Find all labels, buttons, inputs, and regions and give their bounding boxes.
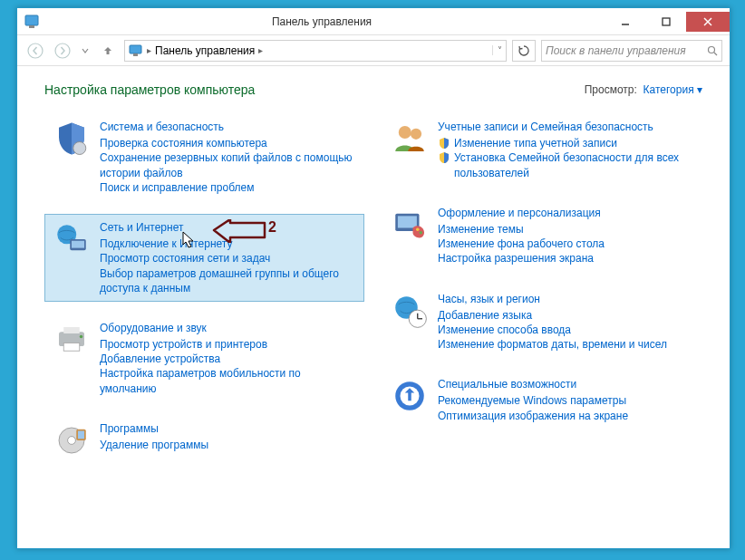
category-sublink[interactable]: Добавление языка <box>438 308 667 323</box>
category-sublink[interactable]: Подключение к Интернету <box>100 237 356 251</box>
category-title-link[interactable]: Программы <box>100 421 208 436</box>
uac-shield-icon <box>438 151 450 164</box>
page-title: Настройка параметров компьютера <box>44 82 255 97</box>
category-title-link[interactable]: Сеть и Интернет <box>100 220 356 235</box>
category-columns: Система и безопасность Проверка состояни… <box>44 113 702 466</box>
programs-icon[interactable] <box>53 421 91 459</box>
nav-up-button[interactable] <box>97 40 119 62</box>
refresh-button[interactable] <box>512 40 536 62</box>
printer-icon[interactable] <box>53 321 91 359</box>
category-title-link[interactable]: Учетные записи и Семейная безопасность <box>438 120 694 134</box>
close-button[interactable] <box>686 12 730 32</box>
svg-point-29 <box>420 231 423 235</box>
nav-forward-button[interactable] <box>52 40 73 62</box>
category-title-link[interactable]: Часы, язык и регион <box>438 292 667 306</box>
breadcrumb-item[interactable]: Панель управления <box>155 44 255 57</box>
category-sublink[interactable]: Поиск и исправление проблем <box>100 180 356 195</box>
svg-rect-18 <box>63 343 80 351</box>
window-controls <box>605 12 730 32</box>
category-programs: Программы Удаление программы <box>44 415 364 466</box>
category-appearance: Оформление и персонализация Изменение те… <box>382 199 702 273</box>
shield-icon[interactable] <box>53 120 91 158</box>
search-placeholder: Поиск в панели управления <box>546 44 703 57</box>
svg-point-24 <box>399 126 411 139</box>
breadcrumb-separator-icon: ▸ <box>147 45 151 55</box>
category-user-accounts: Учетные записи и Семейная безопасность И… <box>382 113 702 187</box>
appearance-icon[interactable] <box>391 206 429 244</box>
content-area: Настройка параметров компьютера Просмотр… <box>17 66 730 548</box>
category-hardware-sound: Оборудование и звук Просмотр устройств и… <box>44 314 364 402</box>
svg-point-10 <box>709 46 715 53</box>
category-system-security: Система и безопасность Проверка состояни… <box>44 113 364 201</box>
maximize-button[interactable] <box>645 12 686 32</box>
svg-point-6 <box>28 43 43 58</box>
category-sublink[interactable]: Рекомендуемые Windows параметры <box>438 393 628 408</box>
uac-shield-icon <box>438 137 450 150</box>
category-sublink[interactable]: Изменение форматов даты, времени и чисел <box>438 337 667 352</box>
category-sublink[interactable]: Изменение фона рабочего стола <box>438 237 605 251</box>
header-row: Настройка параметров компьютера Просмотр… <box>44 82 702 97</box>
svg-rect-27 <box>398 216 417 227</box>
breadcrumb-icon <box>129 43 143 58</box>
view-by: Просмотр: Категория ▾ <box>585 83 702 96</box>
category-title-link[interactable]: Специальные возможности <box>438 377 628 391</box>
svg-point-21 <box>68 436 76 444</box>
category-sublink[interactable]: Просмотр устройств и принтеров <box>100 337 356 352</box>
svg-line-11 <box>714 53 717 55</box>
clock-globe-icon[interactable] <box>391 292 429 330</box>
minimize-button[interactable] <box>605 12 645 32</box>
window-title: Панель управления <box>39 15 605 28</box>
category-clock-region: Часы, язык и регион Добавление языка Изм… <box>382 285 702 359</box>
navbar: ▸ Панель управления ▸ ˅ Поиск в панели у… <box>17 35 730 66</box>
search-icon <box>707 45 718 56</box>
svg-point-19 <box>80 335 83 339</box>
category-sublink[interactable]: Изменение способа ввода <box>438 323 667 337</box>
category-sublink[interactable]: Изменение типа учетной записи <box>454 136 617 150</box>
breadcrumb-separator-icon[interactable]: ▸ <box>258 45 263 55</box>
category-accessibility: Специальные возможности Рекомендуемые Wi… <box>382 371 702 430</box>
titlebar[interactable]: Панель управления <box>17 8 730 35</box>
nav-back-button[interactable] <box>24 40 46 62</box>
svg-rect-3 <box>663 18 670 25</box>
accessibility-icon[interactable] <box>391 377 429 415</box>
svg-point-25 <box>411 129 421 140</box>
svg-rect-1 <box>29 25 34 28</box>
breadcrumb[interactable]: ▸ Панель управления ▸ ˅ <box>124 40 507 62</box>
users-icon[interactable] <box>391 120 429 158</box>
control-panel-icon <box>24 14 39 29</box>
svg-rect-15 <box>72 241 84 248</box>
category-title-link[interactable]: Оборудование и звук <box>100 321 356 335</box>
svg-rect-17 <box>63 327 80 333</box>
search-input[interactable]: Поиск в панели управления <box>541 40 722 62</box>
breadcrumb-dropdown-icon[interactable]: ˅ <box>492 45 502 55</box>
category-sublink[interactable]: Просмотр состояния сети и задач <box>100 251 356 266</box>
svg-rect-8 <box>130 45 141 53</box>
category-network-internet: Сеть и Интернет Подключение к Интернету … <box>44 214 364 302</box>
category-sublink[interactable]: Настройка разрешения экрана <box>438 251 605 266</box>
category-sublink[interactable]: Сохранение резервных копий файлов с помо… <box>100 150 356 179</box>
viewby-dropdown[interactable]: Категория ▾ <box>643 83 702 96</box>
category-sublink[interactable]: Установка Семейной безопасности для всех… <box>454 150 694 179</box>
svg-rect-23 <box>78 430 84 439</box>
svg-point-7 <box>55 43 70 58</box>
right-column: Учетные записи и Семейная безопасность И… <box>382 113 702 466</box>
control-panel-window: Панель управления <box>16 7 730 549</box>
category-sublink[interactable]: Выбор параметров домашней группы и общег… <box>100 266 356 295</box>
category-sublink[interactable]: Добавление устройства <box>100 352 356 366</box>
globe-network-icon[interactable] <box>53 220 91 258</box>
category-sublink[interactable]: Оптимизация изображения на экране <box>438 409 628 423</box>
category-title-link[interactable]: Оформление и персонализация <box>438 206 605 220</box>
category-title-link[interactable]: Система и безопасность <box>100 120 356 134</box>
category-sublink[interactable]: Настройка параметров мобильности по умол… <box>100 366 356 395</box>
category-sublink[interactable]: Проверка состояния компьютера <box>100 136 356 150</box>
svg-rect-0 <box>25 15 38 25</box>
nav-recent-dropdown[interactable] <box>79 40 92 62</box>
category-sublink[interactable]: Изменение темы <box>438 222 605 237</box>
left-column: Система и безопасность Проверка состояни… <box>44 113 364 466</box>
svg-rect-9 <box>133 53 138 56</box>
svg-point-28 <box>416 227 420 231</box>
svg-point-12 <box>73 142 86 155</box>
category-sublink[interactable]: Удаление программы <box>100 438 208 452</box>
viewby-label: Просмотр: <box>585 83 637 96</box>
